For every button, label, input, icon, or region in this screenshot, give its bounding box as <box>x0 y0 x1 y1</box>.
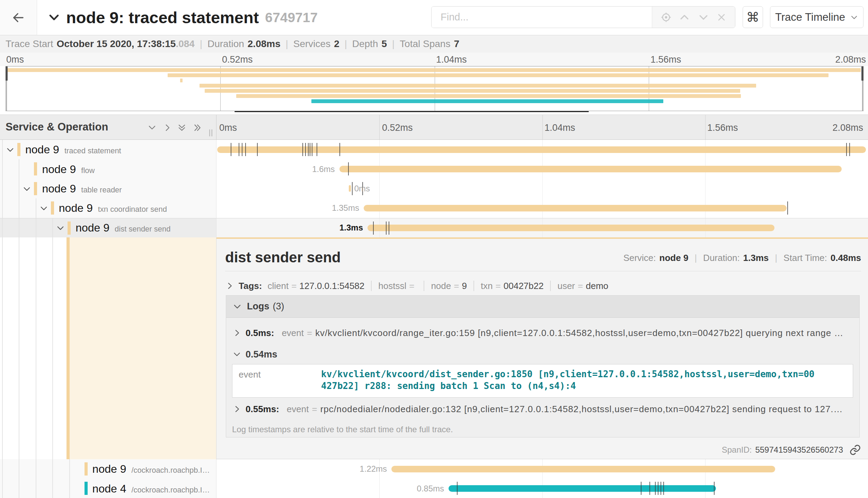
operation-name: /cockroach.roachpb.I… <box>131 485 210 494</box>
span-row[interactable]: node 9traced statement <box>0 140 868 159</box>
expand-chevron-icon[interactable] <box>6 146 15 154</box>
expand-chevron-icon[interactable] <box>56 224 65 233</box>
indent-guide <box>36 198 36 218</box>
indent-guide <box>19 198 19 218</box>
minimap-span-bar <box>168 73 829 77</box>
chevron-right-icon <box>225 281 234 290</box>
minimap-span-bar <box>236 94 741 98</box>
indent-guide <box>52 218 53 237</box>
span-detail-meta: Service:node 9|Duration:1.3ms|Start Time… <box>623 253 861 263</box>
summary-value: 5 <box>381 38 387 49</box>
indent-guide <box>19 159 19 179</box>
span-row[interactable]: node 4/cockroach.roachpb.I…0.85ms <box>0 479 868 498</box>
span-duration-bar[interactable] <box>364 205 787 211</box>
ruler-tick-label: 1.56ms <box>707 123 738 133</box>
log-value: kv/kvclient/kvcoord/range_iter.go:159 [n… <box>315 328 843 338</box>
indent-guide <box>19 179 19 198</box>
log-value: rpc/nodedialer/nodedialer.go:132 [n9,cli… <box>320 404 843 415</box>
minimap-span-bar <box>200 84 756 88</box>
collapse-all-icon[interactable] <box>177 123 186 132</box>
detail-meta-value: 1.3ms <box>743 253 769 263</box>
span-timeline-cell[interactable]: 0.85ms <box>216 479 868 498</box>
log-entry-expanded[interactable]: 0.54ms <box>226 348 859 361</box>
column-resizer-grip[interactable] <box>209 129 213 136</box>
back-button[interactable] <box>0 0 37 35</box>
separator: | <box>694 253 697 263</box>
minimap-span-bar <box>205 89 740 93</box>
summary-label: Trace Start <box>6 38 53 49</box>
log-marker-tick <box>352 182 353 195</box>
service-name: node 9 <box>76 221 109 234</box>
locate-icon[interactable] <box>660 11 672 23</box>
indent-guide <box>19 237 19 459</box>
indent-guide <box>2 179 3 198</box>
span-name-cell[interactable]: node 9traced statement <box>0 140 216 159</box>
span-timeline-cell[interactable]: 1.6ms <box>216 159 868 179</box>
span-name-cell[interactable]: node 9txn coordinator send <box>0 198 216 218</box>
log-entry[interactable]: 0.5ms: event = kv/kvclient/kvcoord/range… <box>226 318 859 348</box>
span-row[interactable]: node 9/cockroach.roachpb.I…1.22ms <box>0 459 868 479</box>
span-rows: node 9traced statementnode 9flow1.6msnod… <box>0 140 868 237</box>
summary-label: Depth <box>352 38 378 49</box>
span-row[interactable]: node 9table reader0ms <box>0 179 868 198</box>
viewport-scrubber-handle[interactable] <box>6 66 8 81</box>
span-row[interactable]: node 9txn coordinator send1.35ms <box>0 198 868 218</box>
indent-guide <box>52 459 53 479</box>
log-marker-tick <box>242 143 242 156</box>
minimap-canvas[interactable] <box>6 66 863 111</box>
trace-view-selector[interactable]: Trace Timeline <box>770 6 863 28</box>
collapse-title-chevron-icon[interactable] <box>47 11 61 24</box>
log-entry[interactable]: 0.55ms: event = rpc/nodedialer/nodediale… <box>226 398 859 420</box>
span-row[interactable]: node 9dist sender send1.3ms <box>0 218 868 237</box>
span-timeline-cell[interactable]: 0ms <box>216 179 868 198</box>
expand-chevron-icon[interactable] <box>39 204 48 213</box>
tag-key: txn <box>481 281 493 291</box>
minimap-tick-label: 1.04ms <box>436 54 467 65</box>
logs-title: Logs <box>247 301 269 312</box>
equals-sign: = <box>312 404 317 415</box>
link-icon[interactable] <box>849 444 861 456</box>
span-timeline-cell[interactable]: 1.3ms <box>216 218 868 237</box>
span-name: node 9/cockroach.roachpb.I… <box>92 463 210 476</box>
span-timeline-cell[interactable] <box>216 140 868 159</box>
tags-accordion[interactable]: Tags: client=127.0.0.1:54582hostssl=node… <box>225 280 861 291</box>
logs-count: (3) <box>273 301 284 312</box>
span-name-cell[interactable]: node 9flow <box>0 159 216 179</box>
keyboard-shortcuts-button[interactable]: ⌘ <box>743 6 763 28</box>
viewport-scrubber-handle[interactable] <box>861 66 863 81</box>
span-row[interactable]: node 9flow1.6ms <box>0 159 868 179</box>
expand-all-icon[interactable] <box>193 123 202 132</box>
separator: | <box>200 39 202 49</box>
log-marker-tick <box>373 221 374 235</box>
indent-guide <box>2 459 3 479</box>
span-duration-bar[interactable] <box>449 485 716 492</box>
span-duration-bar[interactable] <box>349 185 351 192</box>
span-duration-bar[interactable] <box>367 225 774 231</box>
span-name: node 9txn coordinator send <box>59 202 167 215</box>
span-name-cell[interactable]: node 9table reader <box>0 179 216 198</box>
log-marker-tick <box>658 482 658 495</box>
log-marker-tick <box>457 482 458 495</box>
clear-search-icon[interactable] <box>716 12 727 23</box>
span-timeline-cell[interactable]: 1.35ms <box>216 198 868 218</box>
find-input[interactable] <box>432 7 652 28</box>
ruler-tick-label: 2.08ms <box>832 123 863 133</box>
span-timeline-cell[interactable]: 1.22ms <box>216 459 868 479</box>
log-marker-tick <box>239 143 239 156</box>
expand-chevron-icon[interactable] <box>23 185 31 193</box>
indent-guide <box>2 237 3 459</box>
span-duration-bar[interactable] <box>217 146 866 153</box>
span-duration-bar[interactable] <box>339 166 842 172</box>
logs-header[interactable]: Logs (3) <box>226 296 859 318</box>
expand-one-icon[interactable] <box>163 123 172 132</box>
collapse-one-icon[interactable] <box>148 123 157 132</box>
timeline-ruler: 0ms0.52ms1.04ms1.56ms2.08ms <box>216 115 868 139</box>
span-name-cell[interactable]: node 9/cockroach.roachpb.I… <box>0 459 216 479</box>
next-result-icon[interactable] <box>697 11 710 24</box>
span-duration-bar[interactable] <box>391 466 775 472</box>
span-name-cell[interactable]: node 9dist sender send <box>0 218 216 237</box>
separator: | <box>345 39 347 49</box>
detail-meta-value: 0.48ms <box>831 253 861 263</box>
prev-result-icon[interactable] <box>678 11 691 24</box>
span-name-cell[interactable]: node 4/cockroach.roachpb.I… <box>0 479 216 498</box>
